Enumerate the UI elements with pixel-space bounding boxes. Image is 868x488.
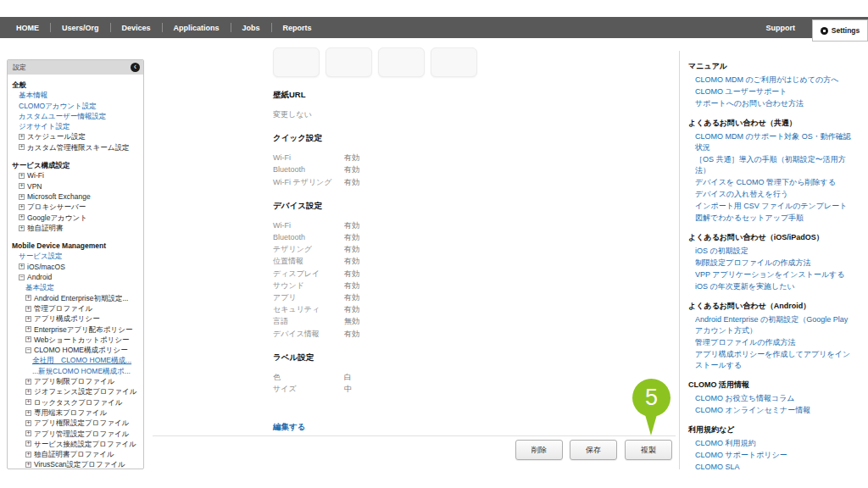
setting-label: 言語 (273, 315, 344, 327)
sidebar-item-label: サービス設定 (19, 251, 63, 261)
setting-value: 有効 (344, 268, 359, 280)
sidebar-item-label: 管理プロファイル (34, 303, 92, 313)
nav-item-3[interactable]: Applications (163, 24, 231, 32)
help-link[interactable]: CLOMO お役立ち情報コラム (688, 393, 857, 404)
sidebar-item-20[interactable]: +管理プロファイル (12, 303, 141, 313)
sidebar-item-18[interactable]: 基本設定 (12, 282, 141, 292)
help-link[interactable]: ［OS 共通］導入の手順（初期設定〜活用方法） (688, 154, 857, 176)
sidebar-item-19[interactable]: +Android Enterprise初期設定... (12, 293, 141, 303)
help-link[interactable]: Android Enterprise の初期設定（Google Play アカウ… (688, 314, 857, 336)
sidebar-item-3[interactable]: カスタムユーザー情報設定 (12, 111, 141, 121)
help-section-heading: よくあるお問い合わせ（iOS/iPadOS） (688, 232, 857, 243)
plus-box-icon: + (19, 173, 25, 179)
help-link[interactable]: 図解でわかるセットアップ手順 (688, 213, 857, 224)
help-link[interactable]: CLOMO 利用規約 (688, 438, 857, 449)
sidebar-item-16[interactable]: +iOS/macOS (12, 262, 141, 272)
sidebar-item-11[interactable]: +プロキシサーバー (12, 202, 141, 212)
help-link[interactable]: デバイスの入れ替えを行う (688, 189, 857, 200)
sidebar-item-35[interactable]: +VirusScan設定プロファイル (12, 459, 141, 469)
help-section-heading: マニュアル (688, 61, 857, 72)
sidebar-item-label: ...新規CLOMO HOME構成ポ... (32, 366, 131, 376)
help-panel: マニュアルCLOMO MDM のご利用がはじめての方へCLOMO ユーザーサポー… (679, 51, 860, 469)
sidebar-item-label: Googleアカウント (27, 213, 87, 223)
app-window: HOMEUsers/OrgDevicesApplicationsJobsRepo… (0, 0, 868, 488)
help-link[interactable]: CLOMO MDM のサポート対象 OS・動作確認状況 (688, 131, 857, 153)
sidebar-item-label: Enterpriseアプリ配布ポリシー (34, 324, 132, 335)
nav-menu: HOMEUsers/OrgDevicesApplicationsJobsRepo… (5, 17, 323, 38)
callout-badge-number: 5 (645, 385, 658, 411)
sidebar-item-27[interactable]: +アプリ制限プロファイル (12, 376, 141, 386)
nav-item-5[interactable]: Reports (272, 24, 323, 32)
chevron-left-icon[interactable] (131, 63, 140, 72)
sidebar-item-6[interactable]: +カスタム管理権限スキーム設定 (12, 142, 141, 152)
sidebar-item-17[interactable]: −Android (12, 272, 141, 282)
setting-value: 無効 (344, 315, 359, 327)
setting-label: Wi-Fi テザリング (273, 176, 344, 188)
delete-button[interactable]: 削除 (515, 440, 563, 460)
plus-box-icon: + (19, 183, 25, 189)
sidebar-item-21[interactable]: +アプリ構成ポリシー (12, 313, 141, 324)
sidebar-item-8[interactable]: +Wi-Fi (12, 170, 141, 180)
sidebar-item-10[interactable]: +Microsoft Exchange (12, 191, 141, 202)
help-link[interactable]: 管理プロファイルの作成方法 (688, 337, 857, 348)
setting-label: サイズ (273, 383, 344, 395)
sidebar-item-32[interactable]: +アプリ管理設定プロファイル (12, 429, 141, 439)
sidebar-item-31[interactable]: +アプリ権限設定プロファイル (12, 418, 141, 428)
setting-value: 中 (344, 383, 352, 395)
help-link[interactable]: アプリ構成ポリシーを作成してアプリをインストールする (688, 349, 857, 371)
sidebar-item-4[interactable]: ジオサイト設定 (12, 121, 141, 131)
nav-item-1[interactable]: Users/Org (51, 24, 110, 32)
setting-row: サイズ中 (273, 383, 553, 395)
sidebar-item-26[interactable]: ...新規CLOMO HOME構成ポ... (12, 366, 141, 376)
sidebar-item-label: 基本設定 (25, 282, 54, 292)
help-link[interactable]: CLOMO サポートポリシー (688, 450, 857, 461)
help-link[interactable]: VPP アプリケーションをインストールする (688, 269, 857, 280)
help-link[interactable]: iOS の年次更新を実施したい (688, 281, 857, 292)
setting-value: 有効 (344, 176, 359, 188)
sidebar-item-34[interactable]: +独自証明書プロファイル (12, 449, 141, 459)
sidebar-item-29[interactable]: +ロックタスクプロファイル (12, 397, 141, 408)
gear-icon (821, 27, 828, 35)
minus-box-icon: − (19, 274, 25, 280)
nav-item-0[interactable]: HOME (5, 24, 50, 32)
sidebar-item-label: 基本情報 (19, 90, 47, 100)
nav-support[interactable]: Support (766, 17, 796, 38)
sidebar-item-1[interactable]: 基本情報 (12, 90, 141, 100)
sidebar-item-13[interactable]: +独自証明書 (12, 223, 141, 233)
sidebar-item-2[interactable]: CLOMOアカウント設定 (12, 101, 141, 111)
sidebar-item-12[interactable]: +Googleアカウント (12, 213, 141, 223)
sidebar-item-30[interactable]: +専用端末プロファイル (12, 408, 141, 418)
sidebar-item-24[interactable]: −CLOMO HOME構成ポリシー (12, 345, 141, 355)
help-link[interactable]: CLOMO MDM のご利用がはじめての方へ (688, 75, 857, 86)
setting-label: 色 (273, 371, 344, 383)
plus-box-icon: + (25, 420, 31, 426)
edit-link[interactable]: 編集する (273, 422, 305, 433)
sidebar-item-5[interactable]: +スケジュール設定 (12, 131, 141, 141)
help-link[interactable]: インポート用 CSV ファイルのテンプレート (688, 201, 857, 212)
setting-row: Wi-Fi テザリング有効 (273, 176, 553, 188)
help-link[interactable]: CLOMO オンラインセミナー情報 (688, 405, 857, 416)
nav-item-4[interactable]: Jobs (231, 24, 271, 32)
help-link[interactable]: CLOMO SLA (688, 462, 857, 469)
sidebar-item-label: アプリ権限設定プロファイル (34, 418, 129, 428)
duplicate-button[interactable]: 複製 (625, 440, 672, 460)
help-link[interactable]: デバイスを CLOMO 管理下から削除する (688, 177, 857, 188)
sidebar-item-33[interactable]: +サービス接続設定プロファイル (12, 439, 141, 449)
sidebar-item-25[interactable]: 全社用 CLOMO HOME構成... (12, 355, 141, 365)
setting-label: Bluetooth (273, 164, 344, 175)
setting-value: 白 (344, 371, 352, 383)
setting-row: Bluetooth有効 (273, 164, 553, 175)
sidebar-item-9[interactable]: +VPN (12, 181, 141, 191)
sidebar-item-22[interactable]: +Enterpriseアプリ配布ポリシー (12, 324, 141, 335)
sidebar-item-23[interactable]: +Webショートカットポリシー (12, 335, 141, 345)
help-link[interactable]: CLOMO ユーザーサポート (688, 86, 857, 97)
save-button[interactable]: 保存 (570, 440, 617, 460)
help-section-heading: よくあるお問い合わせ（Android） (688, 301, 857, 312)
help-link[interactable]: サポートへのお問い合わせ方法 (688, 98, 857, 109)
sidebar-item-15[interactable]: サービス設定 (12, 251, 141, 261)
help-link[interactable]: iOS の初期設定 (688, 246, 857, 257)
sidebar-item-28[interactable]: +ジオフェンス設定プロファイル (12, 386, 141, 396)
tab-settings[interactable]: Settings (812, 19, 868, 42)
help-link[interactable]: 制限設定プロファイルの作成方法 (688, 258, 857, 269)
nav-item-2[interactable]: Devices (111, 24, 162, 32)
